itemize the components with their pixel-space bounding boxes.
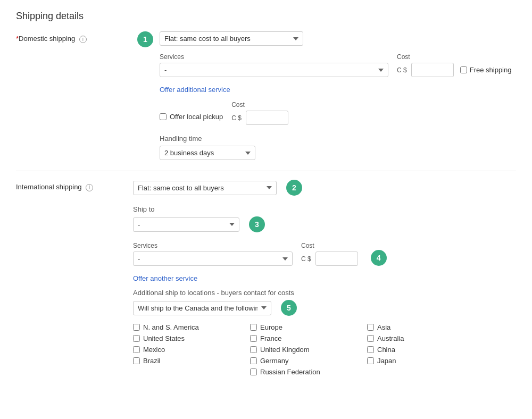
domestic-cost-label: Cost: [397, 53, 511, 61]
country-name: Russian Federation: [260, 368, 320, 376]
country-item: United Kingdom: [250, 346, 367, 354]
will-ship-step-badge: 5: [281, 300, 297, 316]
country-item: [367, 368, 484, 376]
additional-ship-section: Additional ship to locations - buyers co…: [133, 289, 516, 376]
domestic-services-label: Services: [160, 53, 388, 61]
international-shipping-section: International shipping i Flat: same cost…: [16, 180, 516, 376]
domestic-info-icon[interactable]: i: [79, 36, 87, 43]
local-pickup-cost-label: Cost: [231, 101, 288, 108]
country-checkbox-russian-federation[interactable]: [250, 368, 257, 375]
country-name: Australia: [377, 334, 404, 342]
domestic-services-row: Services - Cost C $ Free shipping: [160, 53, 516, 77]
country-name: Germany: [260, 357, 288, 365]
domestic-cost-input-group: C $ Free shipping: [397, 63, 511, 77]
ship-to-row: Ship to - 3: [133, 205, 516, 232]
domestic-flat-select[interactable]: Flat: same cost to all buyers: [160, 31, 303, 46]
intl-cost-group: C $: [301, 252, 358, 266]
free-shipping-text: Free shipping: [470, 66, 512, 74]
intl-services-select[interactable]: -: [133, 252, 293, 266]
country-checkbox-united-states[interactable]: [133, 335, 140, 342]
country-item: Asia: [367, 323, 484, 331]
country-checkbox-japan[interactable]: [367, 357, 374, 364]
country-name: France: [260, 334, 281, 342]
country-item: Europe: [250, 323, 367, 331]
local-pickup-checkbox[interactable]: [160, 113, 167, 120]
country-checkbox-france[interactable]: [250, 335, 257, 342]
country-item: China: [367, 346, 484, 354]
country-name: Japan: [377, 357, 396, 365]
country-name: United States: [143, 334, 185, 342]
countries-grid: N. and S. AmericaEuropeAsiaUnited States…: [133, 323, 516, 376]
intl-cost-input[interactable]: [315, 252, 358, 266]
country-item: Australia: [367, 334, 484, 342]
domestic-cost-field: Cost C $ Free shipping: [397, 53, 511, 77]
country-checkbox-china[interactable]: [367, 346, 374, 353]
handling-time-label: Handling time: [160, 135, 516, 143]
domestic-step-badge: 1: [137, 31, 153, 47]
cost-step-badge: 4: [371, 250, 387, 266]
country-name: Mexico: [143, 346, 165, 354]
local-pickup-row: Offer local pickup Cost C $: [160, 101, 516, 125]
country-checkbox-europe[interactable]: [250, 324, 257, 331]
domestic-services-field: Services -: [160, 53, 388, 77]
intl-services-field: Services -: [133, 242, 293, 266]
country-checkbox-mexico[interactable]: [133, 346, 140, 353]
offer-additional-service-link[interactable]: Offer additional service: [160, 86, 230, 94]
international-info-icon[interactable]: i: [86, 184, 93, 191]
country-item: N. and S. America: [133, 323, 250, 331]
country-item: Japan: [367, 357, 484, 365]
intl-cost-field: Cost C $: [301, 242, 358, 266]
country-checkbox-australia[interactable]: [367, 335, 374, 342]
country-name: Europe: [260, 323, 282, 331]
handling-time-section: Handling time 2 business days: [160, 135, 516, 160]
country-checkbox-united-kingdom[interactable]: [250, 346, 257, 353]
local-pickup-cost-group: C $: [231, 111, 288, 125]
local-pickup-cost-input[interactable]: [246, 111, 288, 125]
domestic-cost-prefix: C $: [397, 66, 407, 74]
local-pickup-label: Offer local pickup: [170, 113, 223, 121]
domestic-services-select[interactable]: -: [160, 63, 388, 77]
intl-cost-prefix: C $: [301, 255, 311, 263]
country-item: Germany: [250, 357, 367, 365]
country-item: [133, 368, 250, 376]
country-item: Brazil: [133, 357, 250, 365]
country-name: Asia: [377, 323, 390, 331]
domestic-shipping-label: *Domestic shipping i: [16, 31, 133, 43]
country-name: N. and S. America: [143, 323, 199, 331]
additional-ship-label: Additional ship to locations - buyers co…: [133, 289, 516, 297]
country-checkbox-germany[interactable]: [250, 357, 257, 364]
intl-cost-label: Cost: [301, 242, 358, 249]
country-item: United States: [133, 334, 250, 342]
country-checkbox-brazil[interactable]: [133, 357, 140, 364]
page-title: Shipping details: [16, 11, 516, 22]
country-item: Mexico: [133, 346, 250, 354]
country-checkbox-n.-and-s.-america[interactable]: [133, 324, 140, 331]
international-step-badge: 2: [286, 180, 302, 196]
free-shipping-checkbox[interactable]: [460, 66, 467, 73]
intl-services-row: Services - Cost C $ 4: [133, 242, 516, 266]
local-pickup-cost-field: Cost C $: [231, 101, 288, 125]
intl-services-label: Services: [133, 242, 293, 249]
ship-to-step-badge: 3: [249, 216, 265, 232]
ship-to-label: Ship to: [133, 205, 516, 213]
offer-another-service-link[interactable]: Offer another service: [133, 274, 197, 282]
free-shipping-label[interactable]: Free shipping: [460, 66, 512, 74]
international-content: Flat: same cost to all buyers 2 Ship to …: [133, 180, 516, 376]
domestic-cost-input[interactable]: [411, 63, 454, 77]
will-ship-row: Will ship to the Canada and the followin…: [133, 300, 516, 316]
ship-to-select[interactable]: -: [133, 217, 239, 232]
country-name: United Kingdom: [260, 346, 310, 354]
domestic-shipping-section: *Domestic shipping i 1 Flat: same cost t…: [16, 31, 516, 160]
country-name: Brazil: [143, 357, 161, 365]
local-pickup-check: Offer local pickup: [160, 101, 223, 121]
country-item: Russian Federation: [250, 368, 367, 376]
intl-main-row: Flat: same cost to all buyers 2: [133, 180, 516, 196]
country-item: France: [250, 334, 367, 342]
local-pickup-cost-prefix: C $: [231, 114, 242, 122]
country-checkbox-asia[interactable]: [367, 324, 374, 331]
handling-time-select[interactable]: 2 business days: [160, 146, 255, 160]
international-shipping-label: International shipping i: [16, 180, 133, 191]
country-name: China: [377, 346, 395, 354]
will-ship-select[interactable]: Will ship to the Canada and the followin…: [133, 301, 271, 315]
international-flat-select[interactable]: Flat: same cost to all buyers: [133, 181, 277, 195]
